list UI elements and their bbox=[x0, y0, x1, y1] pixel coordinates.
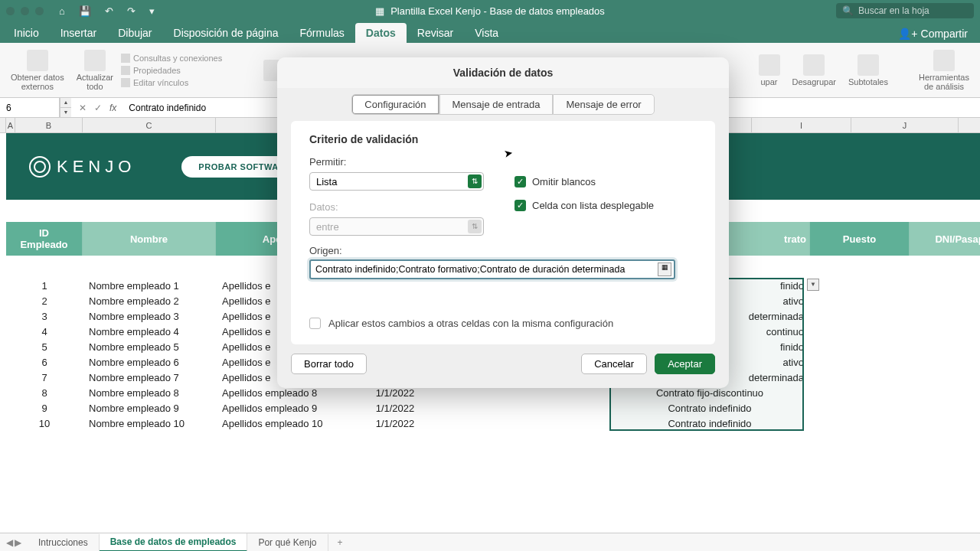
window-controls bbox=[6, 7, 44, 15]
permitir-label: Permitir: bbox=[309, 156, 484, 168]
tab-disposicion[interactable]: Disposición de página bbox=[163, 23, 289, 43]
undo-icon[interactable]: ↶ bbox=[105, 5, 113, 17]
excel-icon: ▦ bbox=[375, 5, 384, 17]
chevron-updown-icon: ⇅ bbox=[468, 174, 482, 188]
col-c[interactable]: C bbox=[83, 118, 216, 132]
add-sheet-button[interactable]: + bbox=[328, 534, 352, 551]
table-row[interactable]: 9Nombre empleado 9Apellidos empleado 91/… bbox=[6, 400, 980, 416]
ribbon-desagrupar[interactable]: Desagrupar bbox=[788, 54, 841, 86]
th-id-empleado[interactable]: ID Empleado bbox=[6, 222, 83, 256]
redo-icon[interactable]: ↷ bbox=[127, 5, 136, 17]
minimize-window-icon[interactable] bbox=[21, 7, 29, 15]
fingerprint-icon bbox=[29, 156, 51, 178]
col-j[interactable]: J bbox=[851, 118, 959, 132]
th-dni[interactable]: DNI/Pasapo bbox=[910, 222, 980, 256]
refresh-icon bbox=[84, 50, 106, 71]
th-apellidos[interactable]: Apel bbox=[216, 222, 285, 256]
more-icon[interactable]: ▾ bbox=[149, 5, 155, 17]
data-validation-dialog: Validación de datos Configuración Mensaj… bbox=[277, 57, 729, 388]
section-criterio: Criterio de validación bbox=[309, 133, 697, 145]
gear-icon bbox=[933, 50, 955, 71]
omitir-blancos-checkbox[interactable]: ✓ Omitir blancos bbox=[514, 176, 654, 187]
datos-select: entre ⇅ bbox=[309, 217, 484, 236]
th-nombre[interactable]: Nombre bbox=[83, 222, 216, 256]
ribbon-actualizar[interactable]: Actualizar todo bbox=[72, 50, 118, 91]
dialog-tab-mensaje-entrada[interactable]: Mensaje de entrada bbox=[439, 94, 554, 115]
ribbon-consultas[interactable]: Consultas y conexiones bbox=[121, 54, 222, 63]
ribbon-propiedades[interactable]: Propiedades bbox=[121, 66, 222, 75]
share-icon: 👤+ bbox=[898, 28, 917, 40]
ribbon-herramientas[interactable]: Herramientas de análisis bbox=[914, 50, 974, 91]
search-icon: 🔍 bbox=[842, 5, 854, 16]
spinner-down-icon[interactable]: ▼ bbox=[60, 108, 71, 118]
tab-insertar[interactable]: Insertar bbox=[50, 23, 107, 43]
ribbon-editar-vinculos[interactable]: Editar vínculos bbox=[121, 78, 222, 87]
borrar-todo-button[interactable]: Borrar todo bbox=[291, 354, 367, 374]
cancel-formula-icon[interactable]: ✕ bbox=[79, 103, 87, 113]
origen-label: Origen: bbox=[309, 245, 697, 256]
external-data-icon bbox=[27, 50, 48, 71]
sheet-nav-prev-icon[interactable]: ◀ bbox=[6, 537, 13, 548]
tab-datos[interactable]: Datos bbox=[355, 23, 407, 43]
tab-dibujar[interactable]: Dibujar bbox=[107, 23, 162, 43]
ribbon-tabs: Inicio Insertar Dibujar Disposición de p… bbox=[0, 21, 980, 43]
tab-revisar[interactable]: Revisar bbox=[407, 23, 464, 43]
checkmark-icon: ✓ bbox=[514, 200, 526, 211]
cursor-icon: ➤ bbox=[503, 146, 514, 160]
chevron-updown-icon: ⇅ bbox=[468, 220, 482, 233]
sheet-tab-por-que-kenjo[interactable]: Por qué Kenjo bbox=[247, 534, 328, 551]
close-window-icon[interactable] bbox=[6, 7, 15, 15]
origen-input[interactable]: Contrato indefinido;Contrato formativo;C… bbox=[309, 259, 675, 279]
home-icon[interactable]: ⌂ bbox=[59, 5, 65, 17]
th-puesto[interactable]: Puesto bbox=[810, 222, 910, 256]
col-b[interactable]: B bbox=[15, 118, 83, 132]
sheet-nav-next-icon[interactable]: ▶ bbox=[15, 537, 21, 548]
col-i[interactable]: I bbox=[752, 118, 851, 132]
search-input[interactable]: 🔍 Buscar en la hoja bbox=[836, 3, 974, 18]
ribbon-agrupar[interactable]: upar bbox=[754, 54, 785, 86]
range-picker-icon[interactable]: ▦ bbox=[658, 262, 671, 276]
sheet-tab-base-datos[interactable]: Base de datos de empleados bbox=[100, 533, 248, 552]
save-icon[interactable]: 💾 bbox=[79, 5, 91, 17]
dialog-tab-configuracion[interactable]: Configuración bbox=[351, 94, 439, 115]
tab-inicio[interactable]: Inicio bbox=[3, 23, 50, 43]
checkmark-icon: ✓ bbox=[514, 176, 526, 187]
col-a[interactable]: A bbox=[6, 118, 15, 132]
ribbon-subtotales[interactable]: Subtotales bbox=[844, 54, 893, 86]
tab-vista[interactable]: Vista bbox=[464, 23, 509, 43]
document-title: ▦ Plantilla Excel Kenjo - Base de datos … bbox=[375, 5, 605, 17]
permitir-select[interactable]: Lista ⇅ bbox=[309, 172, 484, 191]
th-contrato[interactable]: trato bbox=[718, 222, 810, 256]
kenjo-logo: KENJO bbox=[29, 156, 136, 178]
dropdown-arrow-icon[interactable]: ▼ bbox=[807, 279, 819, 291]
dialog-tab-mensaje-error[interactable]: Mensaje de error bbox=[553, 94, 654, 115]
aplicar-cambios-label: Aplicar estos cambios a otras celdas con… bbox=[328, 318, 613, 329]
title-bar: ⌂ 💾 ↶ ↷ ▾ ▦ Plantilla Excel Kenjo - Base… bbox=[0, 0, 980, 21]
aplicar-cambios-checkbox[interactable] bbox=[309, 318, 321, 329]
sheet-tab-instrucciones[interactable]: Intrucciones bbox=[28, 534, 100, 551]
celda-lista-checkbox[interactable]: ✓ Celda con lista desplegable bbox=[514, 200, 654, 211]
table-row[interactable]: 10Nombre empleado 10Apellidos empleado 1… bbox=[6, 416, 980, 431]
ribbon-obtener-datos[interactable]: Obtener datos externos bbox=[6, 50, 69, 91]
datos-label: Datos: bbox=[309, 201, 484, 213]
name-box[interactable]: 6 bbox=[0, 98, 60, 117]
share-button[interactable]: 👤+ Compartir bbox=[889, 24, 977, 43]
confirm-formula-icon[interactable]: ✓ bbox=[94, 103, 102, 113]
tab-formulas[interactable]: Fórmulas bbox=[289, 23, 355, 43]
spinner-up-icon[interactable]: ▲ bbox=[60, 98, 71, 108]
fx-icon[interactable]: fx bbox=[109, 103, 122, 113]
dialog-title: Validación de datos bbox=[277, 57, 729, 88]
zoom-window-icon[interactable] bbox=[35, 7, 44, 15]
aceptar-button[interactable]: Aceptar bbox=[655, 354, 715, 374]
cancelar-button[interactable]: Cancelar bbox=[581, 354, 647, 374]
sheet-tabs: ◀ ▶ Intrucciones Base de datos de emplea… bbox=[0, 533, 980, 551]
